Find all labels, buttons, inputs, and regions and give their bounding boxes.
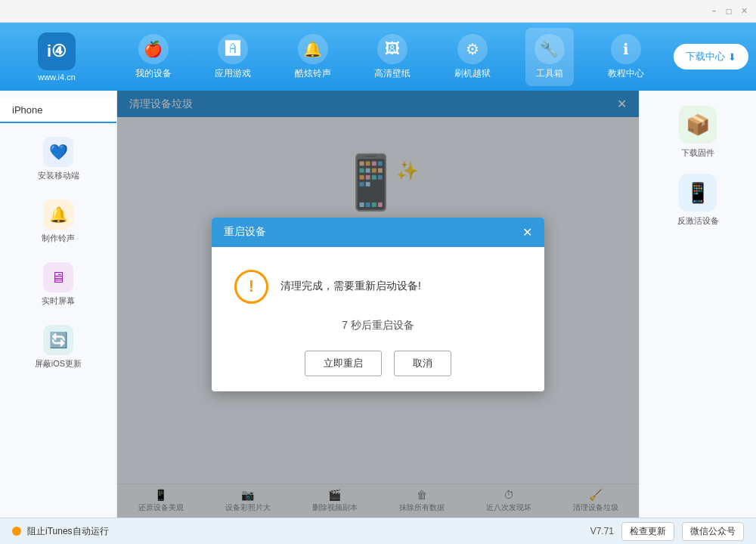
top-nav: i④ www.i4.cn 🍎 我的设备 🅰 应用游戏 🔔 酷炫铃声 🖼 高清壁纸… — [0, 23, 756, 91]
title-bar: － □ ✕ — [0, 0, 756, 23]
restart-dialog-title: 重启设备 — [224, 225, 266, 239]
toolbox-label: 工具箱 — [536, 67, 563, 80]
status-left: 阻止iTunes自动运行 — [12, 525, 109, 538]
minimize-button[interactable]: － — [708, 5, 720, 17]
warning-icon: ! — [234, 270, 268, 304]
restart-dialog-header: 重启设备 ✕ — [212, 218, 544, 247]
nav-wallpapers[interactable]: 🖼 高清壁纸 — [365, 28, 420, 86]
restart-message-row: ! 清理完成，需要重新启动设备! — [234, 270, 522, 304]
logo-subtitle: www.i4.cn — [38, 73, 76, 82]
check-update-button[interactable]: 检查更新 — [621, 522, 674, 541]
ringtone-label: 制作铃声 — [42, 233, 75, 244]
close-button[interactable]: ✕ — [738, 5, 750, 17]
ringtones-label: 酷炫铃声 — [295, 67, 331, 80]
apps-games-label: 应用游戏 — [215, 67, 251, 80]
ringtones-icon: 🔔 — [298, 34, 328, 64]
status-text: 阻止iTunes自动运行 — [27, 525, 109, 538]
toolbox-icon: 🔧 — [534, 34, 565, 64]
screen-label: 实时屏幕 — [42, 295, 75, 307]
device-tab[interactable]: iPhone — [0, 98, 116, 123]
nav-ringtones[interactable]: 🔔 酷炫铃声 — [286, 28, 340, 86]
app-logo: i④ — [38, 32, 76, 70]
main-area: iPhone 💙 安装移动端 🔔 制作铃声 🖥 实时屏幕 🔄 屏蔽iOS更新 — [0, 91, 756, 518]
nav-items: 🍎 我的设备 🅰 应用游戏 🔔 酷炫铃声 🖼 高清壁纸 ⚙ 刷机越狱 🔧 工具箱… — [113, 28, 666, 86]
activate-label: 反激活设备 — [677, 215, 719, 227]
restart-message: 清理完成，需要重新启动设备! — [280, 280, 421, 293]
install-app-label: 安装移动端 — [38, 170, 79, 181]
download-firmware-label: 下载固件 — [681, 147, 714, 159]
sidebar: iPhone 💙 安装移动端 🔔 制作铃声 🖥 实时屏幕 🔄 屏蔽iOS更新 — [0, 91, 117, 518]
sidebar-item-ringtone[interactable]: 🔔 制作铃声 — [6, 192, 110, 252]
nav-my-device[interactable]: 🍎 我的设备 — [126, 28, 181, 86]
restart-dialog-body: ! 清理完成，需要重新启动设备! 7 秒后重启设备 立即重启 取消 — [212, 247, 544, 391]
block-update-icon: 🔄 — [43, 325, 73, 355]
countdown-text: 7 秒后重启设备 — [234, 319, 522, 332]
apps-games-icon: 🅰 — [218, 34, 248, 64]
sidebar-items: 💙 安装移动端 🔔 制作铃声 🖥 实时屏幕 🔄 屏蔽iOS更新 — [0, 123, 116, 383]
status-bar: 阻止iTunes自动运行 V7.71 检查更新 微信公众号 — [0, 518, 756, 544]
tutorials-label: 教程中心 — [608, 67, 644, 80]
block-update-label: 屏蔽iOS更新 — [35, 358, 82, 369]
tutorials-icon: ℹ — [611, 34, 641, 64]
logo-area: i④ www.i4.cn — [8, 32, 106, 82]
sidebar-item-block-update[interactable]: 🔄 屏蔽iOS更新 — [6, 317, 110, 377]
activate-icon: 📱 — [679, 174, 717, 212]
right-sidebar: 📦 下载固件 📱 反激活设备 — [639, 91, 756, 518]
jailbreak-label: 刷机越狱 — [454, 67, 491, 80]
nav-tutorials[interactable]: ℹ 教程中心 — [599, 28, 653, 86]
download-center-button[interactable]: 下载中心 ⬇ — [674, 44, 748, 70]
nav-jailbreak[interactable]: ⚙ 刷机越狱 — [445, 28, 500, 86]
sidebar-item-install-app[interactable]: 💙 安装移动端 — [6, 129, 110, 189]
restart-cancel-button[interactable]: 取消 — [394, 351, 451, 376]
wallpapers-icon: 🖼 — [377, 34, 407, 64]
nav-apps-games[interactable]: 🅰 应用游戏 — [206, 28, 260, 86]
right-item-download-firmware[interactable]: 📦 下载固件 — [679, 106, 717, 159]
nav-toolbox[interactable]: 🔧 工具箱 — [525, 28, 574, 86]
screen-icon: 🖥 — [43, 262, 73, 292]
download-center-label: 下载中心 — [686, 50, 725, 63]
my-device-label: 我的设备 — [135, 67, 172, 80]
wechat-button[interactable]: 微信公众号 — [682, 522, 744, 541]
restart-dialog-close-icon[interactable]: ✕ — [522, 225, 532, 240]
download-firmware-icon: 📦 — [679, 106, 717, 144]
status-dot-icon — [12, 527, 21, 536]
jailbreak-icon: ⚙ — [457, 34, 488, 64]
content-area: 清理设备垃圾 ✕ 📱 ✨ 共清理 2.63MB 垃圾文件 退出 重新扫描 📱 还… — [117, 91, 639, 518]
wallpapers-label: 高清壁纸 — [374, 67, 411, 80]
install-app-icon: 💙 — [43, 137, 73, 167]
right-item-activate[interactable]: 📱 反激活设备 — [677, 174, 719, 227]
maximize-button[interactable]: □ — [723, 5, 735, 17]
sidebar-item-screen[interactable]: 🖥 实时屏幕 — [6, 255, 110, 314]
my-device-icon: 🍎 — [138, 34, 169, 64]
version-text: V7.71 — [590, 526, 614, 536]
restart-dialog: 重启设备 ✕ ! 清理完成，需要重新启动设备! 7 秒后重启设备 立即重启 取消 — [212, 218, 544, 391]
restart-confirm-button[interactable]: 立即重启 — [305, 351, 382, 376]
restart-buttons: 立即重启 取消 — [234, 351, 522, 376]
download-arrow-icon: ⬇ — [728, 51, 736, 63]
status-right: V7.71 检查更新 微信公众号 — [590, 522, 744, 541]
dialog-overlay: 重启设备 ✕ ! 清理完成，需要重新启动设备! 7 秒后重启设备 立即重启 取消 — [117, 91, 639, 518]
ringtone-icon: 🔔 — [43, 199, 73, 230]
